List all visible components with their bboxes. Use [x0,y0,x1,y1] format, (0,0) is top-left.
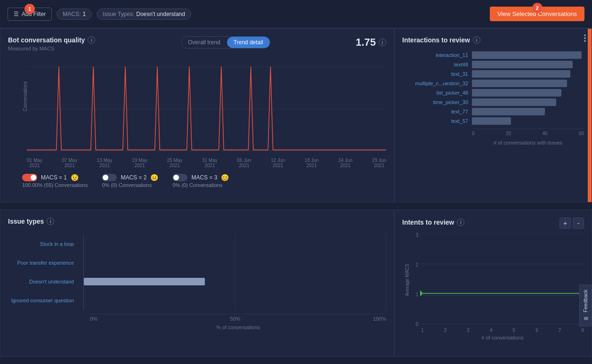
issue-label-1[interactable]: Stuck in a loop [8,241,74,247]
bot-quality-header: Bot conversation quality i Measured by M… [8,36,386,57]
bot-quality-panel: Bot conversation quality i Measured by M… [0,28,394,202]
bar-row-8: text_57 [402,117,584,125]
bar-row-5: list_picker_48 [402,89,584,97]
feedback-icon: ✉ [583,315,589,321]
trend-chart-svg: 100% 50% 0% [27,62,386,156]
bar-row-4: multiple_c...uestion_32 [402,80,584,87]
interactions-chart: interaction_11 text48 text_31 multiple_c… [402,51,584,146]
intents-svg [420,233,584,327]
intents-title: Intents to review i [402,218,464,226]
zoom-out-button[interactable]: - [573,218,584,229]
filter-icon: ☰ [14,11,19,17]
trend-toggle: Overall trend Trend detail [181,36,270,49]
intents-panel: Intents to review i + - Average MACS 3 2… [394,210,592,357]
issue-types-title: Issue types i [8,218,386,225]
bot-quality-title-area: Bot conversation quality i Measured by M… [8,36,95,57]
header-right: 2 View Selected Conversations [490,7,584,21]
legend-macs-2: MACS = 2 😐 0% (0) Conversations [102,174,158,188]
badge-2: 2 [532,3,543,13]
issue-types-panel: Issue types i Stuck in a loop Poor trans… [0,210,394,357]
bar-row-3: text_31 [402,70,584,78]
bot-quality-info-icon[interactable]: i [88,36,95,44]
issue-types-info-icon[interactable]: i [47,218,54,225]
chart-legend: MACS = 1 😟 100.00% (55) Conversations MA… [8,174,386,188]
intents-x-ticks: 1 2 3 4 5 6 7 8 [421,328,584,333]
issue-labels: Stuck in a loop Poor transfer experience… [8,235,83,310]
x-axis-labels: 01 May2021 07 May2021 13 May2021 19 May2… [27,158,386,168]
accent-bar [588,29,592,202]
bar-row-1: interaction_11 [402,51,584,59]
toggle-macs-2[interactable] [102,174,117,181]
intents-y-label: Average MACS [405,264,410,296]
bot-quality-title: Bot conversation quality i [8,36,95,44]
issue-type-filter-tag[interactable]: Issue Types: Doesn't understand [97,8,191,20]
svg-point-11 [420,291,422,296]
intents-info-icon[interactable]: i [457,218,464,226]
macs-filter-tag[interactable]: MACS: 1 [57,8,92,20]
intents-plot [420,233,584,327]
issue-label-4[interactable]: Ignored consumer question [8,298,74,303]
y-axis-label: Conversations [23,81,28,112]
zoom-buttons: + - [560,218,584,229]
trend-detail-button[interactable]: Trend detail [227,37,270,48]
issue-types-chart: Stuck in a loop Poor transfer experience… [8,235,386,310]
macs-info-icon[interactable]: i [379,39,386,46]
issue-label-3[interactable]: Doesn't understand [8,279,74,284]
interactions-info-icon[interactable]: i [473,36,480,44]
bar-row-6: time_picker_30 [402,98,584,106]
bot-quality-subtitle: Measured by MACS [8,46,95,51]
legend-macs-3: MACS = 3 😊 0% (0) Conversations [172,174,229,188]
toggle-macs-1[interactable] [22,174,37,181]
badge-1: 1 [24,4,35,14]
badge-1-wrap: 1 ☰ Add Filter [8,8,52,21]
interactions-x-axis: 0 20 40 60 [472,129,584,136]
bot-quality-chart: Conversations 100% 50% 0% [27,62,386,156]
header: 1 ☰ Add Filter MACS: 1 Issue Types: Does… [0,0,592,28]
legend-macs-1: MACS = 1 😟 100.00% (55) Conversations [22,174,88,188]
feedback-button[interactable]: ✉ Feedback [579,284,592,326]
main-content: Bot conversation quality i Measured by M… [0,28,592,364]
bar-row-2: text48 [402,61,584,68]
intents-x-label: # of conversations [421,335,584,340]
intents-y-ticks: 3 2 1 0 [412,233,420,327]
issue-x-axis: 0% 50% 100% [90,314,386,322]
issue-label-2[interactable]: Poor transfer experience [8,260,74,266]
bar-row-7: text_77 [402,108,584,115]
toggle-macs-3[interactable] [172,174,187,181]
overall-trend-button[interactable]: Overall trend [181,37,227,48]
interactions-panel: Interactions to review i interaction_11 … [394,28,592,202]
badge-2-wrap: 2 View Selected Conversations [490,7,584,21]
issue-x-label: % of conversations [90,324,386,330]
macs-score: 1.75 i [356,36,386,49]
interactions-x-label: # of conversations with issues [472,140,584,146]
more-options-button[interactable] [584,34,586,42]
zoom-in-button[interactable]: + [560,218,571,229]
intents-chart-area: Average MACS 3 2 1 0 [402,233,584,327]
interactions-title: Interactions to review i [402,36,584,44]
issue-bars-area [83,235,386,310]
intents-header: Intents to review i + - [402,218,584,229]
